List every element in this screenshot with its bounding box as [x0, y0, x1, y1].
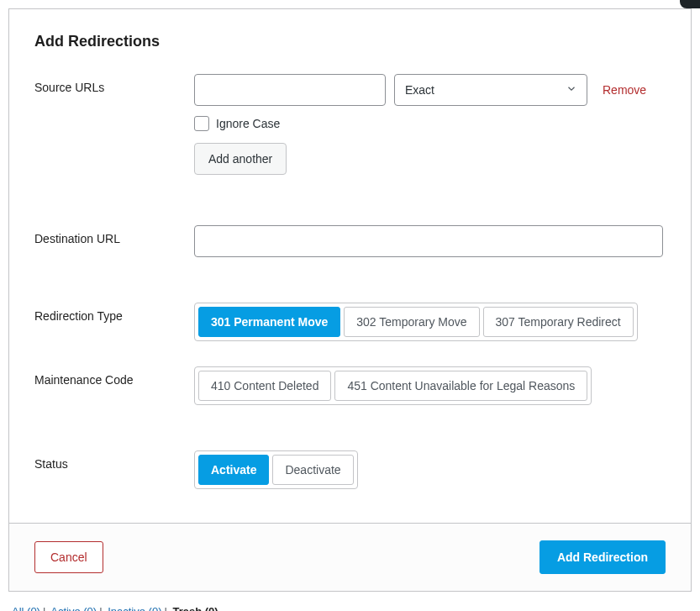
maintenance-code-410[interactable]: 410 Content Deleted	[198, 371, 331, 401]
label-destination-url: Destination URL	[34, 225, 194, 245]
remove-source-link[interactable]: Remove	[603, 83, 646, 97]
source-url-input[interactable]	[194, 74, 386, 106]
panel-title: Add Redirections	[34, 33, 666, 50]
ignore-case-row: Ignore Case	[194, 116, 666, 131]
filter-all[interactable]: All (0)	[12, 605, 40, 611]
row-status: Status Activate Deactivate	[34, 450, 666, 489]
status-deactivate[interactable]: Deactivate	[272, 455, 353, 485]
source-url-line: Exact Remove	[194, 74, 666, 106]
label-maintenance-code: Maintenance Code	[34, 366, 194, 387]
add-another-button[interactable]: Add another	[194, 143, 287, 175]
filter-inactive[interactable]: Inactive (0)	[108, 605, 161, 611]
redirection-type-307[interactable]: 307 Temporary Redirect	[483, 307, 634, 337]
match-type-selected: Exact	[394, 74, 587, 106]
panel-footer: Cancel Add Redirection	[9, 523, 691, 591]
cancel-button[interactable]: Cancel	[34, 541, 103, 573]
match-type-select[interactable]: Exact	[394, 74, 587, 106]
maintenance-code-451[interactable]: 451 Content Unavailable for Legal Reason…	[334, 371, 587, 401]
controls-status: Activate Deactivate	[194, 450, 666, 489]
redirection-type-301[interactable]: 301 Permanent Move	[198, 307, 340, 337]
row-maintenance-code: Maintenance Code 410 Content Deleted 451…	[34, 366, 666, 405]
page-corner-tab	[680, 0, 700, 8]
label-redirection-type: Redirection Type	[34, 303, 194, 323]
panel-body: Add Redirections Source URLs Exact Remov…	[9, 9, 691, 523]
add-redirection-button[interactable]: Add Redirection	[539, 540, 666, 574]
filter-active[interactable]: Active (0)	[50, 605, 97, 611]
maintenance-code-group: 410 Content Deleted 451 Content Unavaila…	[194, 366, 592, 405]
label-status: Status	[34, 450, 194, 471]
add-redirections-panel: Add Redirections Source URLs Exact Remov…	[8, 8, 692, 592]
redirection-type-group: 301 Permanent Move 302 Temporary Move 30…	[194, 303, 638, 341]
destination-url-input[interactable]	[194, 225, 663, 257]
row-redirection-type: Redirection Type 301 Permanent Move 302 …	[34, 303, 666, 341]
filter-links: All (0)| Active (0)| Inactive (0)| Trash…	[8, 592, 692, 611]
controls-destination-url	[194, 225, 666, 257]
status-activate[interactable]: Activate	[198, 455, 269, 485]
ignore-case-label: Ignore Case	[216, 117, 280, 130]
controls-source-urls: Exact Remove Ignore Case Add another	[194, 74, 666, 175]
status-group: Activate Deactivate	[194, 450, 358, 489]
row-destination-url: Destination URL	[34, 225, 666, 257]
controls-redirection-type: 301 Permanent Move 302 Temporary Move 30…	[194, 303, 666, 341]
controls-maintenance-code: 410 Content Deleted 451 Content Unavaila…	[194, 366, 666, 405]
redirection-type-302[interactable]: 302 Temporary Move	[344, 307, 479, 337]
filter-trash[interactable]: Trash (0)	[173, 605, 218, 611]
row-source-urls: Source URLs Exact Remove Ignore Case	[34, 74, 666, 175]
label-source-urls: Source URLs	[34, 74, 194, 94]
ignore-case-checkbox[interactable]	[194, 116, 209, 131]
